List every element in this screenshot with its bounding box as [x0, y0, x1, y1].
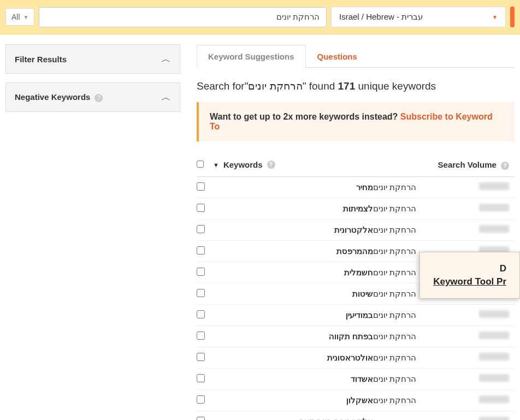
- row-checkbox[interactable]: [197, 332, 205, 340]
- tabs: Keyword Suggestions Questions: [197, 44, 515, 68]
- keyword-search-input[interactable]: [39, 7, 327, 27]
- sort-desc-icon: ▼: [213, 162, 219, 168]
- table-row: הרחקת יונים אלקטרונית חוות דעת: [197, 411, 515, 420]
- row-checkbox[interactable]: [197, 374, 205, 382]
- row-volume: [416, 182, 515, 192]
- filter-all-dropdown[interactable]: All ▼: [5, 8, 34, 26]
- row-checkbox[interactable]: [197, 246, 205, 255]
- row-volume: [416, 353, 515, 362]
- column-volume-label: Search Volume: [438, 160, 497, 169]
- row-keyword[interactable]: הרחקת יונים אלקטרונית: [213, 225, 416, 235]
- row-checkbox[interactable]: [197, 268, 205, 276]
- row-checkbox[interactable]: [197, 353, 205, 361]
- upgrade-popup[interactable]: D Keyword Tool Pr: [419, 252, 520, 299]
- filter-all-label: All: [11, 13, 20, 21]
- help-icon[interactable]: ?: [501, 162, 509, 170]
- table-row: הרחקת יונים אלקטרונית: [197, 220, 515, 241]
- negative-keywords-label: Negative Keywords: [15, 92, 90, 102]
- blurred-value: [479, 417, 509, 420]
- row-check-cell: [197, 182, 213, 192]
- row-checkbox[interactable]: [197, 310, 205, 318]
- top-search-bar: All ▼ Israel / Hebrew - עברית ▼: [0, 0, 520, 34]
- tab-questions[interactable]: Questions: [306, 45, 369, 68]
- row-check-cell: [197, 395, 213, 405]
- chevron-up-icon: ︿: [161, 91, 171, 104]
- select-all-cell: [197, 161, 213, 169]
- row-keyword[interactable]: הרחקת יונים אשקלון: [213, 395, 416, 405]
- row-checkbox[interactable]: [197, 395, 205, 404]
- table-row: הרחקת יונים אשדוד: [197, 369, 515, 390]
- popup-line1: D: [433, 263, 506, 274]
- row-keyword[interactable]: הרחקת יונים אולטראסונית: [213, 353, 416, 363]
- search-button[interactable]: [510, 7, 515, 27]
- table-row: הרחקת יונים אולטראסונית: [197, 347, 515, 369]
- row-check-cell: [197, 289, 213, 299]
- help-icon[interactable]: ?: [94, 94, 103, 102]
- row-volume: [416, 374, 515, 383]
- chevron-down-icon: ▼: [23, 14, 29, 20]
- row-keyword[interactable]: הרחקת יונים בפתח תקווה: [213, 332, 416, 341]
- blurred-value: [479, 225, 509, 233]
- row-check-cell: [197, 417, 213, 420]
- help-icon[interactable]: ?: [267, 161, 275, 169]
- negative-keywords-panel[interactable]: Negative Keywords ? ︿: [5, 82, 180, 112]
- popup-line2: Keyword Tool Pr: [433, 276, 506, 287]
- search-summary: Search for"הרחקת יונים" found 171 unique…: [197, 80, 515, 92]
- summary-suffix: unique keywords: [358, 80, 436, 92]
- row-checkbox[interactable]: [197, 182, 205, 191]
- row-keyword[interactable]: הרחקת יונים מהמרפסת: [213, 246, 416, 256]
- row-checkbox[interactable]: [197, 417, 205, 420]
- row-volume: [416, 204, 515, 213]
- row-volume: [416, 395, 515, 405]
- table-row: הרחקת יונים אשקלון: [197, 390, 515, 411]
- blurred-value: [479, 395, 509, 403]
- row-volume: [416, 225, 515, 234]
- main-layout: Filter Results ︿ Negative Keywords ? ︿ K…: [0, 34, 520, 420]
- row-keyword[interactable]: הרחקת יונים חשמלית: [213, 268, 416, 277]
- promo-text: Want to get up to 2x more keywords inste…: [210, 112, 398, 121]
- locale-dropdown[interactable]: Israel / Hebrew - עברית ▼: [331, 7, 506, 27]
- row-keyword[interactable]: הרחקת יונים אשדוד: [213, 374, 416, 384]
- column-keywords[interactable]: ▼ Keywords ?: [213, 160, 416, 169]
- row-check-cell: [197, 374, 213, 384]
- row-checkbox[interactable]: [197, 225, 205, 233]
- row-checkbox[interactable]: [197, 204, 205, 212]
- column-keywords-label: Keywords: [223, 160, 263, 169]
- column-search-volume[interactable]: Search Volume ?: [416, 160, 515, 170]
- table-row: הרחקת יונים בפתח תקווה: [197, 326, 515, 347]
- table-row: הרחקת יונים במודיעין: [197, 305, 515, 326]
- chevron-down-icon: ▼: [492, 14, 498, 20]
- blurred-value: [479, 374, 509, 382]
- row-volume: [416, 310, 515, 320]
- content-area: Keyword Suggestions Questions Search for…: [197, 44, 515, 420]
- filter-results-panel[interactable]: Filter Results ︿: [5, 44, 180, 74]
- row-keyword[interactable]: הרחקת יונים אלקטרונית חוות דעת: [213, 417, 416, 420]
- table-row: הרחקת יונים מחיר: [197, 177, 515, 198]
- blurred-value: [479, 310, 509, 318]
- select-all-checkbox[interactable]: [197, 161, 204, 168]
- sidebar: Filter Results ︿ Negative Keywords ? ︿: [5, 44, 180, 420]
- row-check-cell: [197, 225, 213, 235]
- row-check-cell: [197, 332, 213, 341]
- tab-keyword-suggestions[interactable]: Keyword Suggestions: [197, 45, 306, 68]
- row-keyword[interactable]: הרחקת יונים שיטות: [213, 289, 416, 299]
- row-keyword[interactable]: הרחקת יונים לצמיתות: [213, 204, 416, 214]
- row-check-cell: [197, 204, 213, 214]
- chevron-up-icon: ︿: [161, 52, 171, 66]
- row-volume: [416, 332, 515, 341]
- row-keyword[interactable]: הרחקת יונים במודיעין: [213, 310, 416, 320]
- summary-found: found: [309, 80, 335, 92]
- row-checkbox[interactable]: [197, 289, 205, 297]
- summary-prefix: Search for: [197, 80, 245, 92]
- blurred-value: [479, 332, 509, 339]
- table-row: הרחקת יונים לצמיתות: [197, 198, 515, 220]
- table-header: ▼ Keywords ? Search Volume ?: [197, 155, 515, 177]
- summary-term: הרחקת יונים: [248, 80, 302, 92]
- row-keyword[interactable]: הרחקת יונים מחיר: [213, 182, 416, 192]
- filter-results-label: Filter Results: [15, 55, 67, 64]
- blurred-value: [479, 204, 509, 211]
- row-check-cell: [197, 246, 213, 256]
- summary-count: 171: [338, 80, 356, 92]
- row-check-cell: [197, 310, 213, 320]
- promo-banner: Want to get up to 2x more keywords inste…: [197, 102, 515, 141]
